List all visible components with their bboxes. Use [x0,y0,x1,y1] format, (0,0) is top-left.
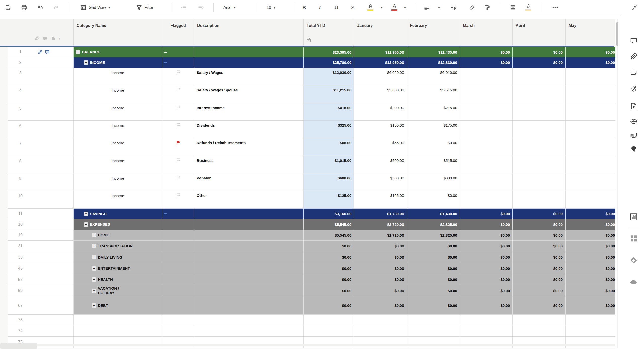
grid-cell[interactable] [162,252,194,263]
grid-cell[interactable]: $150.00 [354,121,407,138]
filter-button[interactable]: Filter [136,2,153,13]
grid-cell[interactable]: $0.00 [304,263,354,274]
grid-cell[interactable]: $0.00 [354,274,407,285]
grid-cell[interactable]: $0.00 [566,47,615,57]
view-selector[interactable]: Grid View ▼ [80,2,111,13]
grid-cell[interactable] [162,296,194,315]
grid-cell[interactable] [566,121,615,138]
row-number[interactable]: 5 [8,106,33,111]
frozen-column-divider[interactable] [354,19,354,348]
grid-cell[interactable]: $0.00 [513,296,566,315]
grid-cell[interactable] [460,85,513,103]
grid-cell[interactable] [162,325,194,337]
grid-cell[interactable] [162,85,194,103]
grid-cell[interactable]: $0.00 [354,285,407,296]
grid-cell[interactable]: $500.00 [354,156,407,173]
column-header-march[interactable]: March [460,19,513,46]
row-number[interactable]: 46 [8,266,33,271]
column-header-description[interactable]: Description [194,19,304,46]
grid-cell[interactable] [566,173,615,191]
grid-cell[interactable]: $0.00 [513,252,566,263]
grid-cell[interactable] [194,209,304,219]
grid-cell[interactable] [513,337,566,348]
grid-cell[interactable] [304,315,354,325]
grid-cell[interactable]: Other [194,191,304,209]
grid-cell[interactable] [162,274,194,285]
grid-cell[interactable] [162,337,194,348]
column-header-total-ytd[interactable]: Total YTD [304,19,354,46]
grid-cell[interactable]: $0.00 [304,296,354,315]
grid-cell[interactable]: $55.00 [304,138,354,156]
undo-button[interactable] [37,2,44,13]
row-number[interactable]: 9 [8,176,33,181]
row-number[interactable]: 2 [8,60,33,65]
grid-cell[interactable]: $11,435.00 [407,47,460,57]
indent-button[interactable] [197,2,205,13]
grid-cell[interactable]: $3,160.00 [304,209,354,219]
expand-row-button[interactable]: + [92,233,96,237]
grid-cell[interactable] [162,285,194,296]
grid-cell[interactable]: $0.00 [304,241,354,252]
expand-row-button[interactable]: + [84,212,88,216]
grid-cell[interactable] [162,230,194,241]
grid-cell[interactable] [162,219,194,230]
grid-cell[interactable]: $0.00 [460,263,513,274]
grid-cell[interactable]: $0.00 [513,263,566,274]
grid-cell[interactable] [194,219,304,230]
grid-cell[interactable]: Business [194,156,304,173]
font-size-selector[interactable]: 10 ▼ [267,2,276,13]
grid-cell[interactable] [162,173,194,191]
grid-cell[interactable] [74,325,162,337]
more-options-button[interactable] [551,2,559,13]
grid-cell[interactable]: $0.00 [566,219,615,230]
collapse-row-button[interactable]: − [84,222,88,227]
grid-cell[interactable] [513,191,566,209]
grid-cell[interactable]: Income [74,138,162,156]
grid-cell[interactable] [566,315,615,325]
grid-cell[interactable]: +TRANSPORTATION [74,241,162,252]
grid-cell[interactable] [194,337,304,348]
grid-cell[interactable] [194,252,304,263]
grid-cell[interactable] [566,85,615,103]
column-header-april[interactable]: April [513,19,566,46]
row-number[interactable]: 7 [8,141,33,146]
grid-cell[interactable] [304,325,354,337]
grid-cell[interactable]: $0.00 [566,241,615,252]
collapse-row-button[interactable]: − [84,60,88,65]
grid-cell[interactable]: $0.00 [460,252,513,263]
grid-cell[interactable]: $0.00 [513,219,566,230]
grid-cell[interactable] [162,156,194,173]
grid-cell[interactable]: $0.00 [513,209,566,219]
fill-color-caret[interactable]: ▼ [380,2,383,13]
row-number[interactable]: 8 [8,159,33,163]
grid-cell[interactable] [162,191,194,209]
grid-cell[interactable]: $600.00 [304,173,354,191]
grid-cell[interactable]: $2,825.00 [407,230,460,241]
grid-cell[interactable] [162,315,194,325]
row-number[interactable]: 52 [8,277,33,282]
dashboard-chart-button[interactable] [629,213,638,221]
grid-cell[interactable]: $5,545.00 [304,219,354,230]
grid-cell[interactable]: $0.00 [566,296,615,315]
grid-cell[interactable] [566,138,615,156]
grid-cell[interactable]: $125.00 [304,191,354,209]
proofs-panel-button[interactable] [629,69,638,77]
column-header-february[interactable]: February [407,19,460,46]
outdent-button[interactable] [180,2,187,13]
format-painter-button[interactable] [484,2,491,13]
row-number[interactable]: 11 [8,212,33,216]
grid-cell[interactable] [407,337,460,348]
grid-cell[interactable]: $0.00 [513,274,566,285]
row-number[interactable]: 73 [8,318,33,322]
grid-cell[interactable]: $215.00 [407,103,460,121]
grid-cell[interactable]: $0.00 [460,285,513,296]
grid-cell[interactable]: $12,950.00 [354,57,407,68]
expand-row-button[interactable]: + [92,255,96,259]
grid-cell[interactable]: $0.00 [407,274,460,285]
grid-cell[interactable] [194,241,304,252]
grid-cell[interactable] [513,138,566,156]
grid-cell[interactable]: $415.00 [304,103,354,121]
grid-cell[interactable] [460,191,513,209]
grid-cell[interactable] [162,103,194,121]
align-button[interactable] [424,2,430,13]
